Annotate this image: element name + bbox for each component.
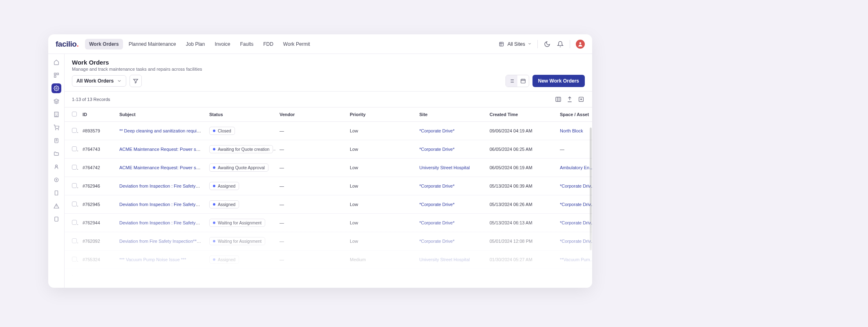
table-row[interactable]: #762946Deviation from Inspection : Fire … xyxy=(65,177,592,195)
cell-space[interactable]: Ambulatory En… xyxy=(556,159,592,177)
column-header-site[interactable]: Site xyxy=(415,108,485,122)
select-all-checkbox[interactable] xyxy=(72,112,77,116)
cell-site[interactable]: *Corporate Drive* xyxy=(415,214,485,232)
cell-subject[interactable]: Deviation from Inspection : Fire Safety … xyxy=(115,195,205,214)
row-checkbox[interactable] xyxy=(72,238,77,243)
cell-vendor: — xyxy=(275,269,346,287)
column-header-created[interactable]: Created Time xyxy=(485,108,556,122)
document-icon[interactable] xyxy=(51,188,61,198)
tab-faults[interactable]: Faults xyxy=(236,39,257,49)
gear-icon[interactable] xyxy=(51,175,61,185)
download-icon[interactable] xyxy=(577,96,585,103)
cell-subject[interactable]: ACME Maintenance Request: Power socket n… xyxy=(115,159,205,177)
columns-icon[interactable] xyxy=(555,96,562,103)
table-row[interactable]: #764742ACME Maintenance Request: Power s… xyxy=(65,159,592,177)
folder-icon[interactable] xyxy=(51,149,61,159)
row-checkbox[interactable] xyxy=(72,146,77,151)
site-selector[interactable]: All Sites xyxy=(498,40,532,48)
cell-site[interactable]: University Street Hospital xyxy=(415,251,485,269)
bell-icon[interactable] xyxy=(557,40,564,48)
page-header: Work Orders Manage and track maintenance… xyxy=(65,54,592,75)
table-row[interactable]: #717073**IT&M Request: Network switch no… xyxy=(65,269,592,287)
row-checkbox[interactable] xyxy=(72,128,77,133)
status-label: Awaiting for Quote creation xyxy=(218,147,269,152)
cell-space[interactable]: Outpatient Un… xyxy=(556,269,592,287)
cart-icon[interactable] xyxy=(51,123,61,132)
cell-site[interactable]: *Corporate Drive* xyxy=(415,122,485,140)
cell-subject[interactable]: *** Vacuum Pump Noise Issue *** xyxy=(115,251,205,269)
cell-site[interactable]: *Corporate Drive* xyxy=(415,177,485,195)
column-header-status[interactable]: Status xyxy=(205,108,275,122)
column-header-subject[interactable]: Subject xyxy=(115,108,205,122)
cell-subject[interactable]: Deviation from Inspection : Fire Safety … xyxy=(115,214,205,232)
widgets-icon[interactable] xyxy=(51,70,61,80)
cell-site[interactable]: University Street Hospital xyxy=(415,159,485,177)
status-dot-icon xyxy=(213,258,215,261)
list-view-button[interactable] xyxy=(506,75,517,87)
column-header-priority[interactable]: Priority xyxy=(346,108,415,122)
svg-rect-14 xyxy=(54,217,58,222)
status-dot-icon xyxy=(213,185,215,187)
cell-space[interactable]: *Corporate Driv… xyxy=(556,177,592,195)
table-row[interactable]: #893579** Deep cleaning and sanitization… xyxy=(65,122,592,140)
cell-subject[interactable]: **IT&M Request: Network switch not worki… xyxy=(115,269,205,287)
row-checkbox[interactable] xyxy=(72,257,77,262)
tab-work-orders[interactable]: Work Orders xyxy=(85,39,123,49)
cell-priority: Medium xyxy=(346,251,415,269)
cell-site[interactable]: *Corporate Drive* xyxy=(415,195,485,214)
tab-planned-maintenance[interactable]: Planned Maintenance xyxy=(125,39,180,49)
column-header-vendor[interactable]: Vendor xyxy=(275,108,346,122)
status-label: Assigned xyxy=(218,275,235,280)
table-row[interactable]: #764743ACME Maintenance Request: Power s… xyxy=(65,140,592,159)
work-orders-icon[interactable] xyxy=(51,83,61,93)
table-row[interactable]: #762092Deviation from Fire Safety Inspec… xyxy=(65,232,592,251)
cell-vendor: — xyxy=(275,177,346,195)
stack-icon[interactable] xyxy=(51,96,61,106)
row-checkbox[interactable] xyxy=(72,202,77,206)
row-checkbox[interactable] xyxy=(72,220,77,225)
cell-space[interactable]: *Corporate Driv… xyxy=(556,214,592,232)
cell-site[interactable]: *Corporate Drive* xyxy=(415,140,485,159)
cell-priority: Low xyxy=(346,195,415,214)
column-header-id[interactable]: ID xyxy=(78,108,115,122)
cell-subject[interactable]: ACME Maintenance Request: Power socket n… xyxy=(115,140,205,159)
row-checkbox[interactable] xyxy=(72,183,77,188)
table-meta-bar: 1-13 of 13 Records xyxy=(65,91,592,107)
table-row[interactable]: #755324*** Vacuum Pump Noise Issue ***As… xyxy=(65,251,592,269)
cell-space[interactable]: *Corporate Driv… xyxy=(556,232,592,251)
new-work-order-button[interactable]: New Work Orders xyxy=(532,75,585,87)
people-icon[interactable] xyxy=(51,162,61,172)
row-checkbox[interactable] xyxy=(72,275,77,280)
cell-subject[interactable]: Deviation from Inspection : Fire Safety … xyxy=(115,177,205,195)
dark-mode-icon[interactable] xyxy=(544,40,551,48)
warning-icon[interactable] xyxy=(51,201,61,211)
cell-subject[interactable]: ** Deep cleaning and sanitization requir… xyxy=(115,122,205,140)
export-icon[interactable] xyxy=(566,96,573,103)
calendar-view-button[interactable] xyxy=(517,75,529,87)
cell-subject[interactable]: Deviation from Fire Safety Inspection** … xyxy=(115,232,205,251)
tab-invoice[interactable]: Invoice xyxy=(210,39,234,49)
cell-space[interactable]: **Vacuum Pum… xyxy=(556,251,592,269)
cell-space[interactable]: North Block xyxy=(556,122,592,140)
row-checkbox[interactable] xyxy=(72,165,77,170)
table-row[interactable]: #762944Deviation from Inspection : Fire … xyxy=(65,214,592,232)
view-dropdown[interactable]: All Work Orders xyxy=(72,75,126,87)
filter-icon xyxy=(133,78,139,84)
home-icon[interactable] xyxy=(51,57,61,67)
page-icon[interactable] xyxy=(51,214,61,224)
tab-fdd[interactable]: FDD xyxy=(259,39,277,49)
cell-site[interactable]: *Corporate Drive* xyxy=(415,232,485,251)
vertical-scrollbar[interactable] xyxy=(590,128,592,250)
tab-work-permit[interactable]: Work Permit xyxy=(279,39,314,49)
avatar[interactable] xyxy=(576,40,585,49)
work-orders-table: ID Subject Status Vendor Priority Site C… xyxy=(65,107,592,287)
table-row[interactable]: #762945Deviation from Inspection : Fire … xyxy=(65,195,592,214)
column-header-space[interactable]: Space / Asset xyxy=(556,108,592,122)
filter-button[interactable] xyxy=(130,75,142,87)
cell-space[interactable]: *Corporate Driv… xyxy=(556,195,592,214)
cell-site[interactable]: University Street Hospital xyxy=(415,269,485,287)
file-icon[interactable] xyxy=(51,136,61,146)
tab-job-plan[interactable]: Job Plan xyxy=(182,39,209,49)
building-icon[interactable] xyxy=(51,110,61,119)
cell-created: 11/06/2023 07:51 AM xyxy=(485,269,556,287)
